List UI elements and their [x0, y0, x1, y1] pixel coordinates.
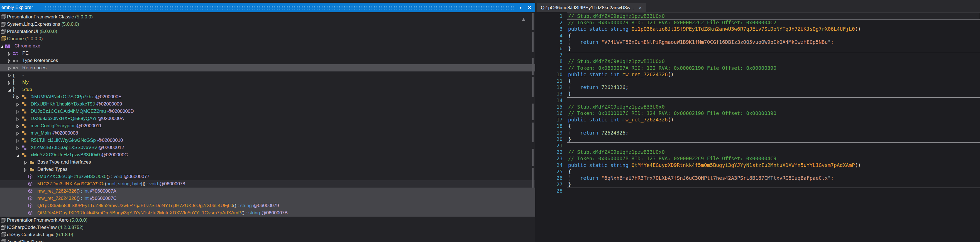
expander-collapsed-icon[interactable]	[24, 168, 27, 171]
code-line: 4{	[535, 32, 980, 39]
code-line: 24public static string QtMfYe4EGuydXD9Rt…	[535, 162, 980, 168]
expander-collapsed-icon[interactable]	[8, 59, 11, 62]
tree-item[interactable]: DUJoBz1CCsOAxMhMQMCEZ2mu @0200000D	[0, 108, 535, 115]
scrollbar-thumb-segment[interactable]	[532, 13, 534, 30]
scrollbar-thumb-segment[interactable]	[532, 149, 534, 166]
line-number: 4	[535, 32, 563, 39]
scrollbar-thumb-segment[interactable]	[532, 77, 534, 97]
code-line: 2// Token: 0x06000079 RID: 121 RVA: 0x00…	[535, 19, 980, 26]
code-editor[interactable]: 1// Stub.xMdYZXC9eUqHz1pzwB33U0x02// Tok…	[535, 12, 980, 242]
code-text: {	[568, 32, 571, 39]
expander-collapsed-icon[interactable]	[8, 81, 11, 84]
expander-expanded-icon[interactable]	[8, 88, 11, 91]
assembly-tree[interactable]: PresentationFramework.Classic (5.0.0.0) …	[0, 12, 535, 242]
expander-expanded-icon[interactable]	[0, 44, 3, 48]
dnspy-window: embly Explorer ▾ ✕ PresentationFramework…	[0, 0, 980, 242]
method-icon	[28, 196, 33, 201]
line-number: 17	[535, 116, 563, 123]
tree-item[interactable]: mw_ret_72624326() : int @0600007C	[0, 195, 535, 202]
expander-collapsed-icon[interactable]	[16, 124, 19, 128]
expander-collapsed-icon[interactable]	[16, 110, 19, 113]
scrollbar-thumb-segment[interactable]	[532, 168, 534, 188]
tree-item[interactable]: mw_ret_72624326() : int @0600007A	[0, 188, 535, 195]
code-text: return "6qNxhBmaU7HR3Trx7QLXbA7fSnJ6uC3O…	[568, 175, 834, 181]
code-text: {	[568, 123, 571, 129]
tree-item[interactable]: QtMfYe4EGuydXD9Rtnkk4f5mOm5Bugyi3gYJYyN1…	[0, 209, 535, 216]
tree-item[interactable]: PresentationFramework.Classic (5.0.0.0)	[0, 13, 535, 21]
expander-collapsed-icon[interactable]	[8, 51, 11, 55]
tab-strip: Qi1pO36atio8JtISf9PEy1TdZ8kn2anwU3w... ✕	[535, 0, 980, 12]
tree-item[interactable]: Derived Types	[0, 166, 535, 173]
tree-item[interactable]: { }My	[0, 79, 535, 86]
panel-title-text: embly Explorer	[2, 5, 33, 10]
expander-expanded-icon[interactable]	[16, 153, 19, 157]
tree-item[interactable]: PresentationUI (5.0.0.0)	[0, 28, 535, 35]
expander-collapsed-icon[interactable]	[16, 95, 19, 99]
tree-item[interactable]: Qi1pO36atio8JtISf9PEy1TdZ8kn2anwU3w6R7qJ…	[0, 202, 535, 209]
tab-close-icon[interactable]: ✕	[639, 5, 642, 11]
scrollbar-thumb-segment[interactable]	[532, 58, 534, 75]
expander-collapsed-icon[interactable]	[24, 160, 27, 164]
expander-collapsed-icon[interactable]	[16, 146, 19, 149]
tree-item[interactable]: R5LTJHclJLiKWtyGkw2NcGSp @02000010	[0, 137, 535, 144]
class-icon	[22, 123, 27, 128]
code-text: // Stub.xMdYZXC9eUqHz1pzwB33U0x0	[568, 149, 665, 155]
tree-item-label: My	[22, 80, 29, 85]
tree-item[interactable]: Base Type and Interfaces	[0, 159, 535, 166]
expander-collapsed-icon[interactable]	[16, 103, 19, 106]
tree-item[interactable]: 0i5UM9APNi4xOf7SlCPp7khz @0200000E	[0, 93, 535, 101]
code-line: 25{	[535, 168, 980, 175]
code-text: public static string QtMfYe4EGuydXD9Rtnk…	[568, 162, 861, 168]
line-number: 13	[535, 90, 563, 97]
tree-item[interactable]: 5RC3ZDm3UNXtAyd9GlGY9iOr(bool, string, b…	[0, 180, 535, 188]
tree-item[interactable]: xMdYZXC9eUqHz1pzwB33U0x0 @0200000C	[0, 151, 535, 159]
tree-item[interactable]: Type References	[0, 57, 535, 64]
code-line: 13}	[535, 90, 980, 97]
tree-item[interactable]: mw_Main @02000008	[0, 130, 535, 137]
tree-item-label: PresentationFramework.Classic (5.0.0.0)	[7, 14, 93, 20]
tree-item[interactable]: References	[0, 64, 535, 71]
scroll-up-arrow-icon[interactable]	[522, 18, 525, 21]
tree-item[interactable]: { }Stub	[0, 86, 535, 93]
tree-item[interactable]: DKxUBHKhfLhdsl6YDxakcT9J @02000009	[0, 101, 535, 108]
tree-item-label: PE	[22, 51, 29, 56]
scrollbar-thumb-segment[interactable]	[532, 32, 534, 51]
line-number: 1	[535, 13, 563, 19]
tree-item[interactable]: DX8u8Jpx0NxHXPQi558yQAYi @0200000A	[0, 115, 535, 122]
tree-item[interactable]: mw_ConfigDecryptor @02000011	[0, 122, 535, 130]
tree-item[interactable]: dnSpy.Contracts.Logic (6.1.8.0)	[0, 231, 535, 238]
indent-guide	[569, 130, 570, 136]
scrollbar-thumb-segment[interactable]	[532, 104, 534, 120]
line-number: 6	[535, 45, 563, 51]
panel-close-button[interactable]: ✕	[526, 3, 533, 12]
method-icon	[28, 210, 33, 215]
tree-item-label: Stub	[22, 87, 32, 92]
expander-collapsed-icon[interactable]	[8, 74, 11, 77]
expander-collapsed-icon[interactable]	[16, 131, 19, 135]
expander-collapsed-icon[interactable]	[8, 66, 11, 69]
code-line: 19 return 72624326;	[535, 130, 980, 136]
tree-item-label: PresentationFramework.Aero (5.0.0.0)	[7, 218, 88, 223]
assembly-explorer-titlebar[interactable]: embly Explorer ▾ ✕	[0, 3, 535, 12]
tree-item[interactable]: Chrome (1.0.0.0)	[0, 35, 535, 42]
tree-item-label: Qi1pO36atio8JtISf9PEy1TdZ8kn2anwU3w6R7qJ…	[37, 203, 279, 208]
tree-item[interactable]: AsyncClient2.exe	[0, 238, 535, 242]
panel-menu-button[interactable]: ▾	[517, 3, 524, 12]
scrollbar-thumb-segment[interactable]	[532, 123, 534, 143]
tree-item[interactable]: { }-	[0, 71, 535, 79]
expander-collapsed-icon[interactable]	[16, 139, 19, 142]
tree-item-label: 0i5UM9APNi4xOf7SlCPp7khz @0200000E	[31, 94, 121, 99]
tab-decompiled-method[interactable]: Qi1pO36atio8JtISf9PEy1TdZ8kn2anwU3w... ✕	[537, 3, 646, 12]
tree-item[interactable]: xMdYZXC9eUqHz1pzwB33U0x0() : void @06000…	[0, 173, 535, 180]
tree-item[interactable]: ICSharpCode.TreeView (4.2.0.8752)	[0, 224, 535, 231]
code-text: }	[568, 45, 571, 51]
tree-item[interactable]: Chrome.exe	[0, 42, 535, 50]
code-text: // Stub.xMdYZXC9eUqHz1pzwB33U0x0	[568, 13, 665, 19]
tree-item[interactable]: PE	[0, 50, 535, 57]
line-number: 16	[535, 110, 563, 116]
tree-item[interactable]: PresentationFramework.Aero (5.0.0.0)	[0, 216, 535, 224]
expander-collapsed-icon[interactable]	[16, 117, 19, 120]
tree-item-label: References	[22, 65, 46, 71]
tree-item[interactable]: System.Linq.Expressions (5.0.0.0)	[0, 21, 535, 28]
tree-item[interactable]: ♥XhZMcr5G0Dj3apLXSS0v6VBv @02000012	[0, 144, 535, 151]
